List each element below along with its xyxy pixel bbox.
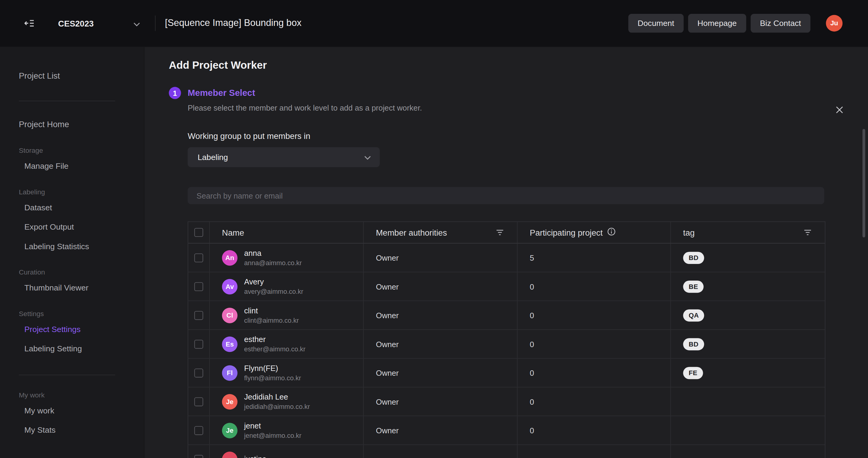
table-row[interactable]: Je jenetjenet@aimmo.co.kr Owner 0	[188, 416, 825, 445]
sidebar-section-storage: Storage	[0, 145, 144, 156]
col-header-tag: tag	[670, 222, 825, 243]
working-group-select[interactable]: Labeling	[188, 148, 380, 167]
participating-count: 0	[517, 301, 671, 329]
sidebar-item-project-home[interactable]: Project Home	[0, 115, 144, 134]
homepage-button[interactable]: Homepage	[688, 14, 746, 33]
sidebar-item-my-work[interactable]: My work	[0, 401, 144, 420]
member-email: flynn@aimmo.co.kr	[244, 374, 301, 382]
filter-icon[interactable]	[496, 228, 504, 237]
project-selector-label: CES2023	[58, 19, 94, 28]
member-name: Jedidiah Lee	[244, 392, 310, 402]
member-name: justina	[244, 454, 267, 458]
sidebar-item-labeling-statistics[interactable]: Labeling Statistics	[0, 236, 144, 256]
member-email: jenet@aimmo.co.kr	[244, 431, 301, 439]
sidebar-item-project-list[interactable]: Project List	[0, 66, 144, 85]
member-name: Avery	[244, 277, 303, 287]
divider	[19, 101, 115, 101]
participating-count: 0	[517, 272, 671, 301]
row-checkbox[interactable]	[194, 253, 203, 262]
divider	[19, 374, 115, 375]
filter-icon[interactable]	[804, 228, 812, 237]
sidebar-item-project-settings[interactable]: Project Settings	[0, 319, 144, 339]
participating-count: 0	[517, 359, 671, 387]
top-bar: CES2023 [Sequence Image] Bounding box Do…	[0, 0, 868, 47]
table-row[interactable]: Fl Flynn(FE)flynn@aimmo.co.kr Owner 0 FE	[188, 359, 825, 388]
sidebar-item-export-output[interactable]: Export Output	[0, 217, 144, 236]
member-email: avery@aimmo.co.kr	[244, 288, 303, 296]
member-email: jedidiah@aimmo.co.kr	[244, 403, 310, 411]
member-authority: Owner	[363, 272, 517, 301]
col-header-member-authorities: Member authorities	[363, 222, 517, 243]
row-checkbox[interactable]	[194, 310, 203, 319]
member-authority: Owner	[363, 416, 517, 445]
table-row[interactable]: Av Averyavery@aimmo.co.kr Owner 0 BE	[188, 272, 825, 301]
close-icon[interactable]	[835, 106, 844, 114]
step-header: 1 Memeber Select	[169, 87, 868, 99]
row-checkbox[interactable]	[194, 339, 203, 348]
sidebar-section-curation: Curation	[0, 267, 144, 278]
member-authority: Owner	[363, 330, 517, 358]
member-name: esther	[244, 335, 306, 344]
row-checkbox[interactable]	[194, 455, 203, 458]
chevron-down-icon	[364, 153, 371, 162]
document-button[interactable]: Document	[628, 14, 684, 33]
participating-count: 0	[517, 388, 671, 416]
page-title: [Sequence Image] Bounding box	[165, 18, 301, 29]
select-all-checkbox[interactable]	[194, 228, 203, 237]
member-name: jenet	[244, 421, 301, 431]
step-number-badge: 1	[169, 87, 181, 99]
app-window: CES2023 [Sequence Image] Bounding box Do…	[0, 0, 868, 458]
table-row[interactable]: Cl clintclint@aimmo.co.kr Owner 0 QA	[188, 301, 825, 330]
sidebar-item-dataset[interactable]: Dataset	[0, 198, 144, 217]
add-project-worker-panel: Add Project Worker 1 Memeber Select Plea…	[144, 47, 868, 458]
member-authority: Owner	[363, 388, 517, 416]
sidebar-item-thumbnail-viewer[interactable]: Thumbnail Viewer	[0, 278, 144, 297]
tag-badge: BD	[683, 338, 704, 350]
member-avatar: Fl	[222, 365, 238, 380]
row-checkbox[interactable]	[194, 282, 203, 291]
member-name: anna	[244, 249, 302, 258]
sidebar-collapse-icon[interactable]	[24, 19, 34, 27]
tag-badge: BE	[683, 280, 704, 292]
step-title: Memeber Select	[188, 88, 255, 98]
sidebar-item-my-stats[interactable]: My Stats	[0, 420, 144, 439]
divider	[155, 15, 156, 31]
member-avatar: Cl	[222, 307, 238, 323]
col-header-participating-project: Participating project	[517, 222, 671, 243]
member-authority: Owner	[363, 359, 517, 387]
user-avatar[interactable]: Ju	[826, 15, 842, 32]
participating-count: 0	[517, 416, 671, 445]
topbar-actions: Document Homepage Biz Contact Ju	[628, 14, 842, 33]
sidebar-item-manage-file[interactable]: Manage File	[0, 156, 144, 175]
working-group-value: Labeling	[198, 153, 228, 162]
scrollbar-thumb[interactable]	[863, 129, 865, 237]
sidebar: Project List Project Home Storage Manage…	[0, 47, 144, 458]
row-checkbox[interactable]	[194, 426, 203, 434]
sidebar-section-my-work: My work	[0, 390, 144, 401]
member-avatar	[222, 452, 238, 458]
member-name: clint	[244, 306, 299, 316]
member-authority: Owner	[363, 243, 517, 272]
participating-count	[517, 445, 671, 458]
sidebar-item-labeling-setting[interactable]: Labeling Setting	[0, 339, 144, 358]
row-checkbox[interactable]	[194, 397, 203, 406]
row-checkbox[interactable]	[194, 368, 203, 377]
member-email: esther@aimmo.co.kr	[244, 345, 306, 353]
member-authority	[363, 445, 517, 458]
member-avatar: Av	[222, 279, 238, 294]
member-email: clint@aimmo.co.kr	[244, 316, 299, 324]
sidebar-section-labeling: Labeling	[0, 187, 144, 198]
table-row[interactable]: justina	[188, 445, 825, 458]
info-icon[interactable]	[607, 228, 615, 237]
table-row[interactable]: Je Jedidiah Leejedidiah@aimmo.co.kr Owne…	[188, 388, 825, 417]
project-selector[interactable]: CES2023	[58, 19, 140, 28]
sidebar-section-settings: Settings	[0, 308, 144, 319]
member-search-input[interactable]	[188, 187, 824, 204]
table-header-row: Name Member authorities Participating pr…	[188, 222, 825, 244]
tag-badge: FE	[683, 367, 703, 379]
member-email: anna@aimmo.co.kr	[244, 259, 302, 267]
table-row[interactable]: An annaanna@aimmo.co.kr Owner 5 BD	[188, 243, 825, 272]
biz-contact-button[interactable]: Biz Contact	[750, 14, 810, 33]
table-row[interactable]: Es estheresther@aimmo.co.kr Owner 0 BD	[188, 330, 825, 359]
member-avatar: Je	[222, 394, 238, 409]
